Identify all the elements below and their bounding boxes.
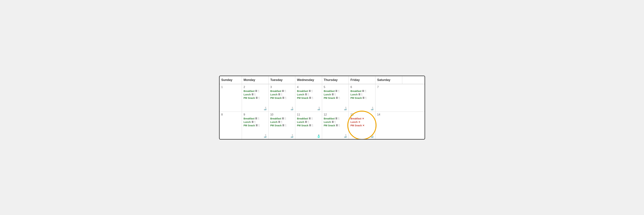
menu-icon: ☰🍴 (255, 90, 260, 92)
day-number: 10 (270, 113, 294, 116)
bottle-icon: 🍶 (344, 134, 347, 138)
meal-name: Breakfast (324, 117, 335, 120)
meal-name: Lunch (244, 121, 251, 123)
cell-footer: 🍶 (370, 107, 374, 111)
cell-footer: 🍶 (290, 107, 294, 111)
cell-footer: 🍶 (290, 134, 294, 138)
meal-pmsnack[interactable]: PM Snack ☰🍴 (350, 97, 374, 99)
bottle-icon: 🍶 (263, 134, 267, 138)
meal-breakfast-error[interactable]: Breakfast ✕ (350, 117, 374, 120)
header-thursday: Thursday (322, 76, 349, 84)
meal-name: Breakfast (270, 117, 281, 120)
meal-lunch[interactable]: Lunch ☰🍴 (244, 121, 267, 123)
meal-lunch[interactable]: Lunch ☰🍴 (270, 121, 294, 123)
meal-name: Breakfast (244, 117, 254, 120)
meal-name: Breakfast (297, 90, 308, 92)
meal-pmsnack[interactable]: PM Snack ☰🍴 (297, 97, 320, 99)
meal-name: Lunch (350, 121, 358, 123)
header-tuesday: Tuesday (268, 76, 295, 84)
meal-lunch[interactable]: Lunch ☰🍴 (244, 93, 267, 96)
meal-pmsnack[interactable]: PM Snack ☰🍴 (270, 97, 294, 99)
menu-icon: ☰🍴 (309, 90, 314, 92)
menu-icon: ☰🍴 (256, 97, 260, 99)
meal-pmsnack-error[interactable]: PM Snack ✕ (350, 124, 374, 127)
meal-lunch[interactable]: Lunch ☰🍴 (297, 93, 320, 96)
day-number: 8 (221, 113, 240, 116)
meal-breakfast[interactable]: Breakfast ☰🍴 (270, 90, 294, 92)
meal-breakfast[interactable]: Breakfast ☰🍴 (297, 90, 320, 92)
menu-icon: ☰🍴 (309, 124, 314, 127)
menu-icon: ☰🍴 (282, 90, 287, 92)
meal-name: PM Snack (297, 97, 308, 99)
bottle-icon: 🍶 (370, 134, 374, 138)
menu-icon: ☰🍴 (336, 97, 341, 99)
menu-icon: ☰🍴 (282, 124, 287, 127)
meal-breakfast[interactable]: Breakfast ☰🍴 (244, 117, 267, 120)
menu-icon: ☰🍴 (305, 93, 310, 96)
meal-name: Breakfast (324, 90, 335, 92)
meal-name: Lunch (244, 93, 251, 96)
cell-day-5: 5 Breakfast ☰🍴 Lunch ☰🍴 PM Snack ☰🍴 🍶 (322, 84, 349, 112)
meal-pmsnack[interactable]: PM Snack ☰🍴 (244, 97, 267, 99)
meal-lunch[interactable]: Lunch ☰🍴 (297, 121, 320, 123)
meal-pmsnack[interactable]: PM Snack ☰🍴 (324, 124, 347, 127)
meal-name: PM Snack (297, 124, 308, 127)
meal-name: Lunch (297, 93, 304, 96)
day-number: 1 (221, 86, 240, 89)
menu-icon: ☰🍴 (309, 117, 314, 120)
meal-name: PM Snack (350, 97, 362, 99)
meal-name: Breakfast (350, 117, 362, 120)
day-number: 11 (297, 113, 320, 116)
meal-name: Breakfast (350, 90, 362, 92)
meal-name: Lunch (270, 121, 278, 123)
cell-day-12: 12 Breakfast ☰🍴 Lunch ☰🍴 PM Snack ☰🍴 🍶 (322, 112, 349, 139)
meal-name: Lunch (297, 121, 304, 123)
header-wednesday: Wednesday (295, 76, 322, 84)
menu-icon: ☰🍴 (362, 90, 367, 92)
meal-name: Lunch (324, 121, 331, 123)
meal-lunch[interactable]: Lunch ☰🍴 (324, 121, 347, 123)
bottle-icon: 🍶 (317, 107, 320, 110)
meal-lunch[interactable]: Lunch ☰🍴 (324, 93, 347, 96)
meal-name: PM Snack (324, 124, 335, 127)
meal-breakfast[interactable]: Breakfast ☰🍴 (244, 90, 267, 92)
meal-breakfast[interactable]: Breakfast ☰🍴 (350, 90, 374, 92)
cell-footer: 🍶 (263, 107, 267, 111)
meal-pmsnack[interactable]: PM Snack ☰🍴 (324, 97, 347, 99)
meal-breakfast[interactable]: Breakfast ☰🍴 (270, 117, 294, 120)
menu-icon: ☰🍴 (335, 90, 340, 92)
meal-lunch-error[interactable]: Lunch ✕ (350, 121, 374, 123)
meal-breakfast[interactable]: Breakfast ☰🍴 (297, 117, 320, 120)
day-number: 5 (324, 86, 347, 89)
day-number: 14 (377, 113, 400, 116)
cell-day-14: 14 (376, 112, 402, 139)
bottle-icon: 🍶 (290, 107, 294, 110)
day-number: 7 (377, 86, 400, 89)
meal-breakfast[interactable]: Breakfast ☰🍴 (324, 117, 347, 120)
meal-lunch[interactable]: Lunch ☰🍴 (270, 93, 294, 96)
meal-pmsnack[interactable]: PM Snack ☰🍴 (270, 124, 294, 127)
cell-day-3: 3 Breakfast ☰🍴 Lunch ☰🍴 PM Snack ☰🍴 🍶 (268, 84, 295, 112)
header-sunday: Sunday (220, 76, 242, 84)
error-x-icon: ✕ (362, 124, 364, 127)
meal-lunch[interactable]: Lunch ☰🍴 (350, 93, 374, 96)
calendar: Sunday Monday Tuesday Wednesday Thursday… (219, 76, 425, 140)
error-x-icon: ✕ (362, 117, 364, 120)
menu-icon: ☰🍴 (282, 117, 287, 120)
cell-day-1: 1 (220, 84, 242, 112)
meal-pmsnack[interactable]: PM Snack ☰🍴 (244, 124, 267, 127)
bottle-icon: 🍶 (290, 134, 294, 138)
bottle-icon: 🍶 (370, 107, 374, 110)
meal-name: Lunch (324, 93, 331, 96)
menu-icon: ☰🍴 (252, 121, 256, 123)
meal-pmsnack[interactable]: PM Snack ☰🍴 (297, 124, 320, 127)
menu-icon: ☰🍴 (332, 93, 336, 96)
menu-icon: ☰🍴 (336, 124, 341, 127)
calendar-body: 1 2 Breakfast ☰🍴 Lunch ☰🍴 PM Snack ☰🍴 (220, 84, 424, 139)
menu-icon: ☰🍴 (362, 97, 367, 99)
cell-day-2: 2 Breakfast ☰🍴 Lunch ☰🍴 PM Snack ☰🍴 🍶 (242, 84, 269, 112)
day-number: 3 (270, 86, 294, 89)
day-number: 9 (244, 113, 267, 116)
cell-footer: 🧴 (317, 134, 320, 138)
meal-breakfast[interactable]: Breakfast ☰🍴 (324, 90, 347, 92)
